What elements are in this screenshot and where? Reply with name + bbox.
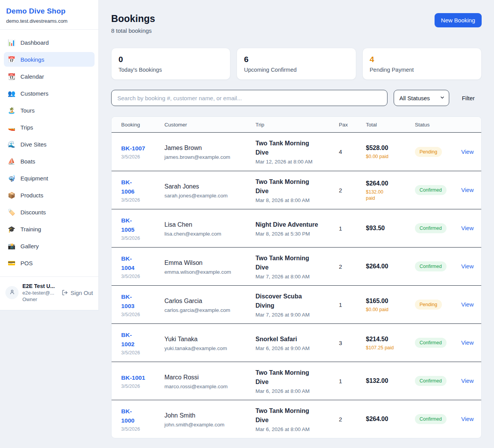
column-header-customer: Customer — [164, 122, 255, 128]
booking-cell: BK-1004 3/5/2026 — [121, 254, 164, 279]
table-row: BK-1006 3/5/2026 Sarah Jones sarah.jones… — [112, 171, 481, 209]
view-booking-link[interactable]: View — [461, 225, 474, 231]
people-icon: 👥 — [8, 90, 15, 97]
paid-amount: $0.00 paid — [366, 153, 415, 160]
booking-cell: BK-1006 3/5/2026 — [121, 178, 164, 203]
status-select-wrap: All Statuses — [394, 90, 449, 106]
booking-id-link[interactable]: BK-1002 — [121, 332, 134, 347]
title-block: Bookings 8 total bookings — [111, 13, 155, 34]
trip-datetime: Mar 8, 2026 at 8:00 AM — [255, 197, 339, 203]
actions-cell: View — [461, 187, 475, 194]
booking-id-link[interactable]: BK-1006 — [121, 179, 134, 195]
sign-out-button[interactable]: Sign Out — [62, 290, 93, 296]
view-booking-link[interactable]: View — [461, 339, 474, 346]
status-select[interactable]: All Statuses — [394, 90, 449, 106]
view-booking-link[interactable]: View — [461, 377, 474, 384]
trip-cell: Two Tank MorningDive Mar 8, 2026 at 8:00… — [255, 177, 339, 203]
total-bookings-count: 8 total bookings — [111, 27, 155, 34]
sidebar-item-tours[interactable]: 🏝️Tours — [4, 103, 95, 118]
status-badge: Confirmed — [415, 223, 447, 233]
trip-name: Two Tank MorningDive — [255, 177, 339, 196]
table-row: BK-1005 3/5/2026 Lisa Chen lisa.chen@exa… — [112, 209, 481, 247]
view-booking-link[interactable]: View — [461, 187, 474, 193]
shop-name: Demo Dive Shop — [6, 7, 92, 15]
table-header-row: Booking Customer Trip Pax Total Status — [112, 117, 481, 133]
sidebar-item-boats[interactable]: ⛵Boats — [4, 154, 95, 168]
sidebar-item-dive-sites[interactable]: 🌊Dive Sites — [4, 137, 95, 152]
table-row: BK-1007 3/5/2026 James Brown james.brown… — [112, 133, 481, 171]
status-badge: Confirmed — [415, 261, 447, 271]
sidebar-item-equipment[interactable]: 🤿Equipment — [4, 171, 95, 185]
booking-id-link[interactable]: BK-1004 — [121, 255, 134, 271]
page-title: Bookings — [111, 13, 155, 24]
customer-email: sarah.jones@example.com — [164, 193, 255, 199]
view-booking-link[interactable]: View — [461, 416, 474, 422]
view-booking-link[interactable]: View — [461, 148, 474, 155]
trip-cell: Discover ScubaDiving Mar 7, 2026 at 9:00… — [255, 292, 339, 318]
booking-date: 3/5/2026 — [121, 350, 164, 355]
sidebar-item-label: Discounts — [20, 209, 46, 216]
actions-cell: View — [461, 416, 475, 423]
column-header-booking: Booking — [121, 122, 164, 128]
column-header-pax: Pax — [339, 122, 366, 128]
status-badge: Confirmed — [415, 185, 447, 195]
total-amount: $165.00 — [366, 297, 415, 305]
sidebar-item-training[interactable]: 🎓Training — [4, 222, 95, 236]
search-input[interactable] — [111, 90, 387, 106]
user-role: Owner — [22, 296, 55, 302]
view-booking-link[interactable]: View — [461, 263, 474, 269]
total-cell: $93.50 — [366, 224, 415, 232]
customer-cell: Carlos Garcia carlos.garcia@example.com — [164, 296, 255, 313]
customer-name: James Brown — [164, 143, 255, 153]
customer-name: Marco Rossi — [164, 373, 255, 382]
status-badge: Pending — [415, 300, 442, 310]
sidebar-item-dashboard[interactable]: 📊Dashboard — [4, 35, 95, 50]
booking-id-link[interactable]: BK-1007 — [121, 145, 145, 152]
pax-count: 1 — [339, 301, 366, 308]
booking-id-link[interactable]: BK-1001 — [121, 374, 145, 381]
total-amount: $214.50 — [366, 335, 415, 344]
sidebar-item-trips[interactable]: 🚤Trips — [4, 120, 95, 135]
booking-id-link[interactable]: BK-1000 — [121, 408, 134, 424]
sidebar-item-discounts[interactable]: 🏷️Discounts — [4, 205, 95, 219]
customer-name: Yuki Tanaka — [164, 335, 255, 344]
wave-icon: 🌊 — [8, 141, 15, 148]
filter-button[interactable]: Filter — [462, 95, 475, 101]
column-header-status: Status — [415, 122, 461, 128]
booking-id-link[interactable]: BK-1005 — [121, 217, 134, 233]
sidebar-item-calendar[interactable]: 📆Calendar — [4, 69, 95, 84]
booking-cell: BK-1005 3/5/2026 — [121, 216, 164, 241]
pax-count: 1 — [339, 225, 366, 232]
user-email: e2e-tester@... — [22, 290, 55, 296]
trip-cell: Snorkel Safari Mar 6, 2026 at 9:00 AM — [255, 335, 339, 351]
sidebar-item-pos[interactable]: 💳POS — [4, 256, 95, 270]
sign-out-label: Sign Out — [71, 290, 93, 296]
sidebar-header: Demo Dive Shop demo.test.divestreams.com — [0, 0, 98, 30]
sidebar-item-products[interactable]: 📦Products — [4, 188, 95, 202]
stats-row: 0 Today's Bookings 6 Upcoming Confirmed … — [111, 48, 482, 80]
actions-cell: View — [461, 263, 475, 270]
trip-datetime: Mar 12, 2026 at 8:00 AM — [255, 159, 339, 165]
total-cell: $264.00 — [366, 262, 415, 271]
booking-id-link[interactable]: BK-1003 — [121, 293, 134, 309]
actions-cell: View — [461, 225, 475, 232]
sidebar-item-label: Bookings — [20, 56, 44, 63]
filters-row: All Statuses Filter — [111, 90, 482, 106]
new-booking-button[interactable]: New Booking — [435, 13, 482, 27]
main-content: Bookings 8 total bookings New Booking 0 … — [99, 0, 494, 448]
trip-name: Two Tank MorningDive — [255, 368, 339, 387]
user-name: E2E Test U... — [22, 283, 55, 289]
customer-cell: Marco Rossi marco.rossi@example.com — [164, 373, 255, 389]
stat-value: 6 — [244, 55, 349, 64]
sidebar-item-label: POS — [20, 260, 33, 266]
sign-out-icon — [62, 290, 68, 296]
calendar-icon: 📅 — [8, 56, 15, 63]
booking-date: 3/5/2026 — [121, 384, 164, 389]
diving-mask-icon: 🤿 — [8, 175, 15, 182]
sidebar-item-gallery[interactable]: 📸Gallery — [4, 239, 95, 253]
view-booking-link[interactable]: View — [461, 301, 474, 308]
sidebar-item-bookings[interactable]: 📅Bookings — [4, 52, 95, 67]
pax-count: 3 — [339, 340, 366, 346]
sidebar-item-customers[interactable]: 👥Customers — [4, 86, 95, 101]
actions-cell: View — [461, 148, 475, 155]
